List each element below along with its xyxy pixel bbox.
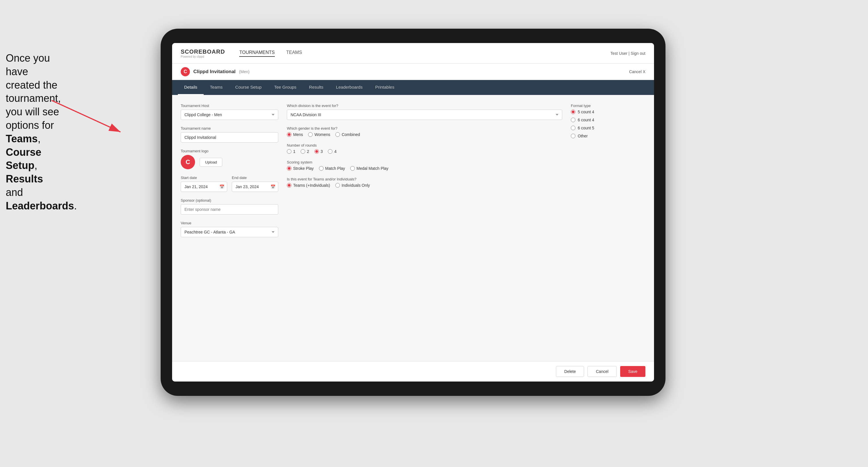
individuals-only-label: Individuals Only (342, 183, 370, 188)
sponsor-input[interactable] (181, 204, 278, 215)
division-select[interactable]: NCAA Division III (287, 110, 562, 120)
gender-combined[interactable]: Combined (335, 132, 360, 137)
nav-teams[interactable]: TEAMS (286, 50, 302, 57)
venue-label: Venue (181, 221, 278, 225)
gender-radio-group: Mens Womens Combined (287, 132, 562, 137)
logo-text: SCOREBOARD (181, 49, 225, 55)
rounds-label: Number of rounds (287, 143, 562, 148)
scoring-medal-match-label: Medal Match Play (356, 166, 389, 171)
individuals-only[interactable]: Individuals Only (335, 183, 370, 188)
teams-plus-input[interactable] (287, 183, 291, 188)
tablet-shell: SCOREBOARD Powered by clippd TOURNAMENTS… (161, 29, 665, 396)
format-label: Format type (571, 103, 645, 108)
format-6count4-input[interactable] (571, 118, 576, 122)
logo-sub: Powered by clippd (181, 55, 225, 58)
scoring-stroke-input[interactable] (287, 166, 291, 171)
gender-womens-input[interactable] (308, 132, 313, 137)
tournament-title-row: C Clippd Invitational (Men) (181, 67, 250, 76)
rounds-1[interactable]: 1 (287, 149, 296, 154)
tab-teams[interactable]: Teams (204, 80, 229, 95)
tab-tee-groups[interactable]: Tee Groups (268, 80, 303, 95)
format-5count4-input[interactable] (571, 110, 576, 114)
upload-button[interactable]: Upload (199, 158, 222, 167)
end-date-calendar-icon: 📅 (271, 184, 275, 189)
dates-group: Start date 📅 End date 📅 (181, 176, 278, 192)
gender-mens-input[interactable] (287, 132, 291, 137)
nav-links: TOURNAMENTS TEAMS (239, 50, 611, 57)
scoring-stroke[interactable]: Stroke Play (287, 166, 314, 171)
scoring-stroke-label: Stroke Play (293, 166, 314, 171)
format-other[interactable]: Other (571, 134, 645, 138)
tournament-name: Clippd Invitational (193, 69, 236, 74)
rounds-4[interactable]: 4 (328, 149, 337, 154)
scoring-group: Scoring system Stroke Play Match Play (287, 160, 562, 171)
tablet-screen: SCOREBOARD Powered by clippd TOURNAMENTS… (172, 43, 654, 381)
logo-label: Tournament logo (181, 149, 278, 153)
logo-area: SCOREBOARD Powered by clippd (181, 49, 225, 58)
scoring-match[interactable]: Match Play (319, 166, 345, 171)
logo-group: Tournament logo C Upload (181, 149, 278, 169)
format-other-input[interactable] (571, 134, 576, 138)
cancel-button[interactable]: Cancel (587, 366, 617, 377)
start-date-wrap: 📅 (181, 182, 227, 192)
rounds-3[interactable]: 3 (314, 149, 323, 154)
scoring-radio-group: Stroke Play Match Play Medal Match Play (287, 166, 562, 171)
format-6count5-input[interactable] (571, 126, 576, 130)
tab-results[interactable]: Results (303, 80, 330, 95)
format-5count4-label: 5 count 4 (578, 110, 594, 114)
name-input[interactable] (181, 132, 278, 143)
teams-individuals-radio-group: Teams (+Individuals) Individuals Only (287, 183, 562, 188)
tab-details[interactable]: Details (178, 80, 204, 95)
gender-mens[interactable]: Mens (287, 132, 303, 137)
host-select[interactable]: Clippd College - Men (181, 110, 278, 120)
rounds-radio-group: 1 2 3 4 (287, 149, 562, 154)
division-group: Which division is the event for? NCAA Di… (287, 103, 562, 120)
rounds-3-label: 3 (321, 149, 323, 154)
sub-header: C Clippd Invitational (Men) Cancel X (172, 64, 654, 80)
tab-course-setup[interactable]: Course Setup (229, 80, 268, 95)
rounds-2-input[interactable] (301, 149, 305, 154)
main-content: Tournament Host Clippd College - Men Tou… (172, 95, 654, 361)
nav-tournaments[interactable]: TOURNAMENTS (239, 50, 275, 57)
format-6count4[interactable]: 6 count 4 (571, 118, 645, 122)
host-group: Tournament Host Clippd College - Men (181, 103, 278, 120)
left-column: Tournament Host Clippd College - Men Tou… (181, 103, 278, 352)
end-date-wrap: 📅 (232, 182, 278, 192)
format-6count5[interactable]: 6 count 5 (571, 126, 645, 130)
tab-leaderboards[interactable]: Leaderboards (330, 80, 369, 95)
end-date-label: End date (232, 176, 278, 180)
gender-womens-label: Womens (314, 132, 330, 137)
format-other-label: Other (578, 134, 588, 138)
individuals-only-input[interactable] (335, 183, 340, 188)
venue-select[interactable]: Peachtree GC - Atlanta - GA (181, 227, 278, 237)
rounds-3-input[interactable] (314, 149, 319, 154)
user-area: Test User | Sign out (611, 51, 645, 56)
save-button[interactable]: Save (620, 366, 645, 377)
scoring-match-input[interactable] (319, 166, 323, 171)
teams-plus-individuals[interactable]: Teams (+Individuals) (287, 183, 330, 188)
tab-printables[interactable]: Printables (369, 80, 401, 95)
delete-button[interactable]: Delete (556, 366, 584, 377)
scoring-medal-match-input[interactable] (350, 166, 355, 171)
format-group: Format type 5 count 4 6 count 4 6 cou (571, 103, 645, 138)
gender-combined-input[interactable] (335, 132, 340, 137)
rounds-1-input[interactable] (287, 149, 291, 154)
gender-mens-label: Mens (293, 132, 303, 137)
user-display[interactable]: Test User | Sign out (611, 51, 645, 56)
gender-womens[interactable]: Womens (308, 132, 330, 137)
logo-preview: C (181, 155, 195, 169)
sponsor-group: Sponsor (optional) (181, 198, 278, 215)
start-date-group: Start date 📅 (181, 176, 227, 192)
scoring-medal-match[interactable]: Medal Match Play (350, 166, 389, 171)
cancel-top-button[interactable]: Cancel X (629, 69, 645, 74)
rounds-2[interactable]: 2 (301, 149, 309, 154)
rounds-4-input[interactable] (328, 149, 333, 154)
division-label: Which division is the event for? (287, 103, 562, 108)
format-radio-stack: 5 count 4 6 count 4 6 count 5 Other (571, 110, 645, 138)
start-date-calendar-icon: 📅 (219, 184, 224, 189)
venue-group: Venue Peachtree GC - Atlanta - GA (181, 221, 278, 237)
format-5count4[interactable]: 5 count 4 (571, 110, 645, 114)
start-date-label: Start date (181, 176, 227, 180)
scoring-label: Scoring system (287, 160, 562, 164)
scoring-match-label: Match Play (325, 166, 345, 171)
